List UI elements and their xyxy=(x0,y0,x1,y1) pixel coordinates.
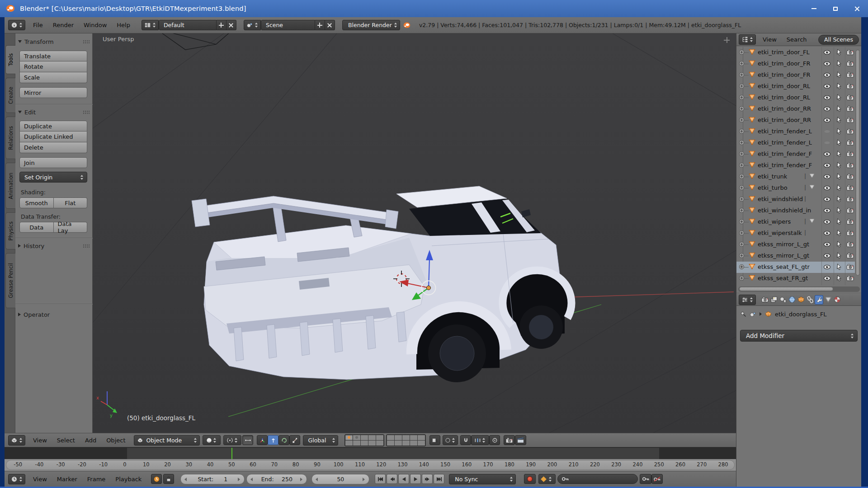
restrict-render-camera-icon[interactable] xyxy=(846,174,854,179)
shelf-tab-grease-pencil[interactable]: Grease Pencil xyxy=(5,253,15,308)
restrict-select-cursor-icon[interactable] xyxy=(836,241,842,248)
restrict-select-cursor-icon[interactable] xyxy=(836,60,842,67)
add-modifier-dropdown[interactable]: Add Modifier xyxy=(740,330,858,342)
jump-to-next-keyframe-button[interactable] xyxy=(422,474,433,484)
restrict-view-eye-icon[interactable] xyxy=(823,163,831,168)
outliner-row-etki-trim-door-rr[interactable]: etki_trim_door_RR xyxy=(736,115,855,126)
restrict-select-cursor-icon[interactable] xyxy=(836,105,842,112)
timeline-track[interactable] xyxy=(5,447,736,459)
outliner-row-etki-trim-fender-f[interactable]: etki_trim_fender_F xyxy=(736,149,855,160)
decrement-arrow-icon[interactable] xyxy=(316,477,318,481)
expand-icon[interactable] xyxy=(739,106,745,112)
outliner-row-etki-trim-fender-l[interactable]: etki_trim_fender_L xyxy=(736,126,855,137)
scene-name-field[interactable]: Scene xyxy=(261,20,315,30)
outliner-row-etki-trim-door-rl[interactable]: etki_trim_door_RL xyxy=(736,81,855,92)
expand-icon[interactable] xyxy=(739,128,745,134)
active-keying-set-field[interactable] xyxy=(557,474,638,484)
delete-keyframe-button[interactable] xyxy=(651,474,663,484)
layer-cell-6[interactable] xyxy=(345,441,353,446)
data-lay-button[interactable]: Data Lay xyxy=(54,222,88,233)
panel-history-header[interactable]: History xyxy=(18,241,90,250)
restrict-render-camera-icon[interactable] xyxy=(846,49,854,55)
increment-arrow-icon[interactable] xyxy=(300,477,303,481)
current-frame-field[interactable]: 50 xyxy=(311,474,369,484)
editor-type-info-button[interactable] xyxy=(8,20,25,30)
add-scene-button[interactable] xyxy=(315,20,325,30)
play-button[interactable] xyxy=(410,474,421,484)
duplicate-linked-button[interactable]: Duplicate Linked xyxy=(19,131,87,142)
restrict-view-eye-icon[interactable] xyxy=(823,50,831,55)
scale-button[interactable]: Scale xyxy=(19,72,87,83)
outliner-row-etki-trim-door-rr[interactable]: etki_trim_door_RR xyxy=(736,103,855,115)
layer-cell-4[interactable] xyxy=(368,435,376,440)
restrict-select-cursor-icon[interactable] xyxy=(836,83,842,89)
restrict-view-eye-icon[interactable] xyxy=(823,185,831,191)
restrict-render-camera-icon[interactable] xyxy=(846,207,854,213)
snap-target-button[interactable] xyxy=(489,435,500,445)
layer-cell-7[interactable] xyxy=(395,441,402,446)
screen-layout-name-field[interactable]: Default xyxy=(159,20,217,30)
restrict-select-cursor-icon[interactable] xyxy=(836,94,842,101)
restrict-render-camera-icon[interactable] xyxy=(846,196,854,202)
expand-icon[interactable] xyxy=(739,174,745,179)
outliner-row-etki-trim-door-rl[interactable]: etki_trim_door_RL xyxy=(736,92,855,103)
editor-type-properties-button[interactable] xyxy=(739,295,756,305)
join-button[interactable]: Join xyxy=(19,157,87,168)
restrict-render-camera-icon[interactable] xyxy=(846,106,854,112)
restrict-render-camera-icon[interactable] xyxy=(846,253,854,258)
rotate-button[interactable]: Rotate xyxy=(19,61,87,72)
outliner-row-etki-trim-fender-l[interactable]: etki_trim_fender_L xyxy=(736,137,855,149)
editor-type-timeline-button[interactable] xyxy=(8,474,25,484)
layer-cell-10[interactable] xyxy=(418,441,425,446)
restrict-select-cursor-icon[interactable] xyxy=(836,207,842,214)
properties-tab-object[interactable] xyxy=(797,295,805,305)
layer-cell-4[interactable] xyxy=(410,435,417,440)
layer-cell-8[interactable] xyxy=(402,441,410,446)
restrict-render-camera-icon[interactable] xyxy=(846,185,854,191)
restrict-render-camera-icon[interactable] xyxy=(846,151,854,157)
editor-type-outliner-button[interactable] xyxy=(739,34,756,45)
play-reverse-button[interactable] xyxy=(398,474,409,484)
minimize-button[interactable] xyxy=(803,0,825,17)
layer-cell-5[interactable] xyxy=(376,435,383,440)
restrict-view-eye-icon[interactable] xyxy=(823,230,831,236)
keying-set-dropdown[interactable] xyxy=(538,474,556,484)
properties-tab-scene[interactable] xyxy=(778,295,787,305)
restrict-select-cursor-icon[interactable] xyxy=(836,128,842,135)
sync-mode-dropdown[interactable]: No Sync xyxy=(449,474,516,484)
expand-icon[interactable] xyxy=(739,94,745,100)
restrict-render-camera-icon[interactable] xyxy=(846,241,854,247)
increment-arrow-icon[interactable] xyxy=(363,477,365,481)
restrict-render-camera-icon[interactable] xyxy=(846,83,854,89)
restrict-view-eye-icon[interactable] xyxy=(823,106,831,112)
layer-cell-2[interactable] xyxy=(395,435,402,440)
restrict-view-eye-icon[interactable] xyxy=(823,140,831,145)
layer-cell-10[interactable] xyxy=(376,441,383,446)
maximize-button[interactable] xyxy=(825,0,846,17)
snap-element-dropdown[interactable] xyxy=(471,435,489,445)
outliner-filter-dropdown[interactable]: All Scenes xyxy=(818,35,859,45)
properties-tab-render-layers[interactable] xyxy=(769,295,778,305)
restrict-select-cursor-icon[interactable] xyxy=(836,275,842,282)
screen-layout-browse-button[interactable] xyxy=(142,20,159,30)
panel-edit-header[interactable]: Edit xyxy=(18,108,90,117)
restrict-select-cursor-icon[interactable] xyxy=(836,139,842,146)
scene-browse-button[interactable] xyxy=(244,20,261,30)
expand-icon[interactable] xyxy=(739,72,745,78)
restrict-select-cursor-icon[interactable] xyxy=(836,117,842,123)
layer-cell-9[interactable] xyxy=(410,441,417,446)
restrict-select-cursor-icon[interactable] xyxy=(836,71,842,78)
lock-to-scene-button[interactable] xyxy=(429,435,440,445)
expand-icon[interactable] xyxy=(739,207,745,213)
translate-manipulator-button[interactable] xyxy=(268,435,278,445)
restrict-view-eye-icon[interactable] xyxy=(823,219,831,225)
close-button[interactable] xyxy=(846,0,868,17)
properties-tab-object-data[interactable] xyxy=(824,295,832,305)
outliner-menu-search[interactable]: Search xyxy=(782,36,812,43)
layer-cell-2[interactable] xyxy=(353,435,360,440)
timeline-menu-playback[interactable]: Playback xyxy=(110,476,146,483)
snap-magnet-toggle[interactable] xyxy=(460,435,471,445)
properties-tab-world[interactable] xyxy=(788,295,796,305)
rotate-manipulator-button[interactable] xyxy=(278,435,289,445)
jump-to-end-button[interactable] xyxy=(434,474,444,484)
